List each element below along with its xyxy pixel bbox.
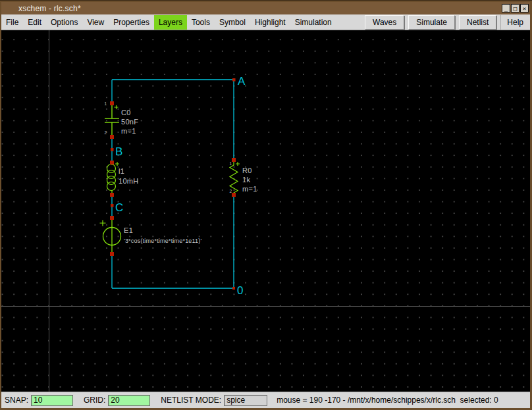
- pin: [110, 101, 114, 105]
- vsource-ref: E1: [124, 226, 133, 234]
- menu-simulation[interactable]: Simulation: [290, 15, 336, 30]
- snap-input[interactable]: 10: [31, 395, 73, 406]
- res-value: 1k: [242, 176, 250, 184]
- res-pin1-number: 1: [229, 161, 232, 166]
- cap-value: 50nF: [121, 118, 138, 126]
- pin: [110, 252, 114, 256]
- pin-label-0: [232, 287, 235, 290]
- waves-button[interactable]: Waves: [365, 15, 404, 30]
- titlebar: xschem - rlc.sch* _ □ ×: [1, 2, 530, 14]
- menu-highlight[interactable]: Highlight: [250, 15, 290, 30]
- menu-layers[interactable]: Layers: [154, 15, 187, 30]
- menu-properties[interactable]: Properties: [109, 15, 154, 30]
- vsource-symbol: [100, 218, 121, 254]
- pin-label-c: [111, 204, 114, 207]
- menu-help[interactable]: Help: [500, 15, 529, 30]
- xschem-window: xschem - rlc.sch* _ □ × File Edit Option…: [0, 0, 532, 410]
- cap-ref: C0: [121, 109, 131, 116]
- maximize-button[interactable]: □: [511, 4, 519, 13]
- grid-input[interactable]: 20: [108, 395, 150, 406]
- schematic-canvas[interactable]: 1 2 C0 50nF m=1 l1 10mH: [1, 30, 530, 392]
- netlist-mode-label: NETLIST MODE:: [161, 396, 221, 405]
- grid-label: GRID:: [84, 396, 105, 405]
- minimize-button[interactable]: _: [502, 4, 510, 13]
- cap-mult: m=1: [121, 127, 136, 135]
- plus-mark: [100, 220, 106, 226]
- net-label-0[interactable]: 0: [237, 284, 243, 297]
- mouse-status-text: mouse = 190 -170 - /mnt/x/home/schippes/…: [277, 396, 498, 405]
- window-title: xschem - rlc.sch*: [18, 4, 81, 13]
- pin: [110, 193, 114, 197]
- cap-pin1-number: 1: [104, 101, 107, 106]
- pin: [110, 161, 114, 165]
- menu-view[interactable]: View: [82, 15, 109, 30]
- menubar-right: Waves Simulate Netlist Help: [365, 14, 530, 30]
- close-button[interactable]: ×: [520, 4, 529, 13]
- circuit-drawing: 1 2 C0 50nF m=1 l1 10mH: [1, 30, 530, 392]
- res-pin2-number: 2: [229, 189, 232, 193]
- ind-value: 10mH: [119, 177, 139, 185]
- menu-edit[interactable]: Edit: [23, 15, 46, 30]
- ind-ref: l1: [119, 167, 124, 175]
- pin: [232, 158, 236, 162]
- window-controls: _ □ ×: [501, 4, 529, 13]
- pin-label-a: [232, 78, 236, 82]
- plus-mark: [115, 162, 119, 166]
- netlist-mode-input[interactable]: spice: [224, 395, 267, 406]
- inductor-symbol: [107, 162, 120, 195]
- netlist-button[interactable]: Netlist: [459, 15, 496, 30]
- menu-tools[interactable]: Tools: [187, 15, 215, 30]
- pin: [110, 216, 114, 220]
- menu-options[interactable]: Options: [46, 15, 82, 30]
- res-ref: R0: [242, 167, 252, 174]
- pin: [232, 193, 236, 197]
- component-vsource-e1[interactable]: E1 '3*cos(time*time*time*1e11)': [100, 218, 202, 254]
- menu-symbol[interactable]: Symbol: [215, 15, 250, 30]
- vsource-value: '3*cos(time*time*time*1e11)': [124, 238, 201, 244]
- capacitor-symbol: [105, 103, 119, 137]
- menu-file[interactable]: File: [1, 15, 23, 30]
- net-label-a[interactable]: A: [238, 75, 246, 88]
- snap-label: SNAP:: [5, 396, 28, 405]
- component-resistor-r0[interactable]: 1 2 R0 1k m=1: [229, 160, 257, 195]
- component-inductor-l1[interactable]: l1 10mH: [107, 162, 139, 195]
- component-capacitor-c0[interactable]: 1 2 C0 50nF m=1: [104, 101, 138, 137]
- plus-mark: [115, 105, 119, 109]
- net-label-b[interactable]: B: [115, 145, 122, 158]
- pin-label-b: [111, 148, 114, 151]
- simulate-button[interactable]: Simulate: [408, 15, 455, 30]
- menubar: File Edit Options View Properties Layers…: [1, 14, 530, 30]
- cap-pin2-number: 2: [104, 130, 107, 135]
- res-mult: m=1: [242, 185, 257, 193]
- net-label-c[interactable]: C: [115, 201, 123, 214]
- pin: [110, 135, 114, 139]
- statusbar: SNAP: 10 GRID: 20 NETLIST MODE: spice mo…: [1, 392, 530, 408]
- plus-mark: [236, 162, 240, 166]
